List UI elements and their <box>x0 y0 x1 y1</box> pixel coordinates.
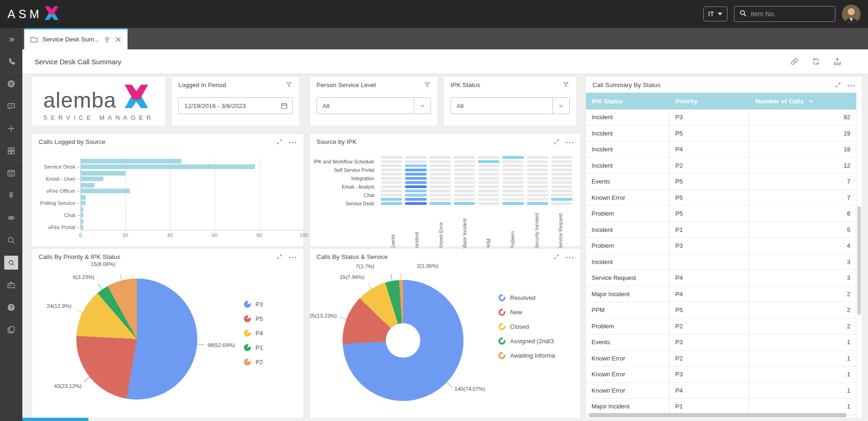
heatmap-cell[interactable] <box>405 198 426 201</box>
sidebar-item-search-active[interactable] <box>0 251 22 274</box>
heatmap-cell[interactable] <box>454 173 475 176</box>
heatmap-cell[interactable] <box>430 164 451 167</box>
close-tab-icon[interactable] <box>115 36 121 43</box>
column-header[interactable]: IPK Status <box>586 93 670 109</box>
bar[interactable] <box>81 207 83 212</box>
sidebar-item-copy[interactable] <box>0 319 22 341</box>
heatmap-cell[interactable] <box>478 198 499 201</box>
legend-item[interactable]: P2 <box>244 355 263 369</box>
heatmap-cell[interactable] <box>454 169 475 171</box>
heatmap-cell[interactable] <box>527 173 548 176</box>
heatmap-cell[interactable] <box>502 169 524 171</box>
heatmap-cell[interactable] <box>405 202 426 205</box>
heatmap-cell[interactable] <box>430 185 451 188</box>
bar[interactable] <box>81 177 103 181</box>
heatmap-cell[interactable] <box>527 202 548 205</box>
heatmap-cell[interactable] <box>478 194 499 197</box>
heatmap-cell[interactable] <box>502 202 524 205</box>
legend-item[interactable]: P5 <box>244 312 263 326</box>
bar[interactable] <box>81 225 83 230</box>
sidebar-item-watch[interactable] <box>0 207 22 229</box>
table-row[interactable]: IncidentP519 <box>586 126 856 142</box>
table-row[interactable]: IncidentP418 <box>586 142 856 158</box>
heatmap-cell[interactable] <box>430 181 451 184</box>
heatmap-cell[interactable] <box>502 185 524 188</box>
legend-item[interactable]: Assigned (2nd/3 <box>498 334 580 348</box>
heatmap-cell[interactable] <box>430 190 451 192</box>
heatmap-cell[interactable] <box>405 160 426 163</box>
legend-item[interactable]: P3 <box>244 297 263 312</box>
heatmap-cell[interactable] <box>527 164 548 167</box>
heatmap-cell[interactable] <box>381 185 402 188</box>
sidebar-item-apps[interactable] <box>0 140 22 162</box>
table-row[interactable]: IncidentP212 <box>586 158 856 174</box>
date-range-input[interactable]: 12/19/2016 - 3/6/2023 <box>178 97 293 114</box>
more-options-icon[interactable] <box>289 252 297 261</box>
heatmap-cell[interactable] <box>502 198 524 201</box>
sidebar-item-chat[interactable] <box>0 95 22 117</box>
page-horizontal-scrollbar[interactable] <box>22 418 868 421</box>
heatmap-cell[interactable] <box>527 156 548 159</box>
heatmap-cell[interactable] <box>527 194 548 197</box>
table-row[interactable]: ProblemP56 <box>586 206 856 222</box>
module-select[interactable]: IT <box>703 7 727 21</box>
link-icon[interactable] <box>790 57 799 66</box>
heatmap-cell[interactable] <box>430 169 451 171</box>
table-horizontal-scrollbar[interactable] <box>589 413 855 417</box>
heatmap-cell[interactable] <box>430 156 451 159</box>
sidebar-item-settings[interactable] <box>0 73 22 95</box>
table-row[interactable]: Major IncidentP42 <box>586 286 856 303</box>
heatmap-cell[interactable] <box>381 164 402 167</box>
heatmap-cell[interactable] <box>551 198 572 201</box>
table-row[interactable]: Incident3 <box>586 254 856 271</box>
heatmap-cell[interactable] <box>381 173 402 176</box>
heatmap-cell[interactable] <box>551 194 572 197</box>
person-service-level-select[interactable]: All <box>316 97 431 114</box>
table-row[interactable]: Major IncidentP11 <box>586 399 856 415</box>
heatmap-cell[interactable] <box>405 164 426 167</box>
legend-item[interactable]: Awaiting Informa <box>498 348 580 363</box>
bar-chart-plot[interactable]: Service DeskEmail - UservFire OfficerPol… <box>81 158 304 231</box>
more-options-icon[interactable] <box>565 137 574 146</box>
refresh-icon[interactable] <box>811 57 821 66</box>
expand-icon[interactable] <box>553 253 560 260</box>
heatmap-cell[interactable] <box>551 156 572 159</box>
heatmap-cell[interactable] <box>454 194 475 197</box>
heatmap-cell[interactable] <box>478 190 499 192</box>
sidebar-expand-button[interactable]: » <box>0 28 22 50</box>
calendar-icon[interactable] <box>276 98 292 114</box>
sidebar-item-phone[interactable] <box>0 50 22 73</box>
bar[interactable] <box>81 201 86 205</box>
heatmap-cell[interactable] <box>478 164 499 167</box>
heatmap-cell[interactable] <box>430 173 451 176</box>
table-row[interactable]: Known ErrorP31 <box>586 367 856 383</box>
heatmap-cell[interactable] <box>502 156 524 159</box>
legend-item[interactable]: P1 <box>244 340 263 355</box>
heatmap-cell[interactable] <box>405 185 426 188</box>
heatmap-cell[interactable] <box>478 169 499 171</box>
heatmap-cell[interactable] <box>430 202 451 205</box>
pie-chart[interactable] <box>76 278 197 400</box>
heatmap-cell[interactable] <box>405 190 426 192</box>
bar[interactable] <box>81 213 83 217</box>
column-header[interactable]: Number of Calls <box>749 93 856 109</box>
bar[interactable] <box>81 171 126 176</box>
user-avatar[interactable] <box>842 5 861 23</box>
funnel-icon[interactable] <box>285 81 293 88</box>
heatmap-cell[interactable] <box>454 181 475 184</box>
table-row[interactable]: IncidentP392 <box>586 109 856 126</box>
bar[interactable] <box>81 159 182 163</box>
heatmap-cell[interactable] <box>381 160 402 163</box>
heatmap-cell[interactable] <box>405 194 426 197</box>
legend-item[interactable]: New <box>498 305 580 319</box>
heatmap-cell[interactable] <box>478 156 499 159</box>
bar[interactable] <box>81 189 130 193</box>
heatmap-cell[interactable] <box>527 177 548 180</box>
heatmap-cell[interactable] <box>478 173 499 176</box>
table-row[interactable]: PPMP52 <box>586 302 856 319</box>
heatmap-cell[interactable] <box>551 177 572 180</box>
heatmap-cell[interactable] <box>454 177 475 180</box>
bar[interactable] <box>81 195 86 200</box>
heatmap-cell[interactable] <box>551 185 572 188</box>
heatmap-cell[interactable] <box>405 169 426 171</box>
